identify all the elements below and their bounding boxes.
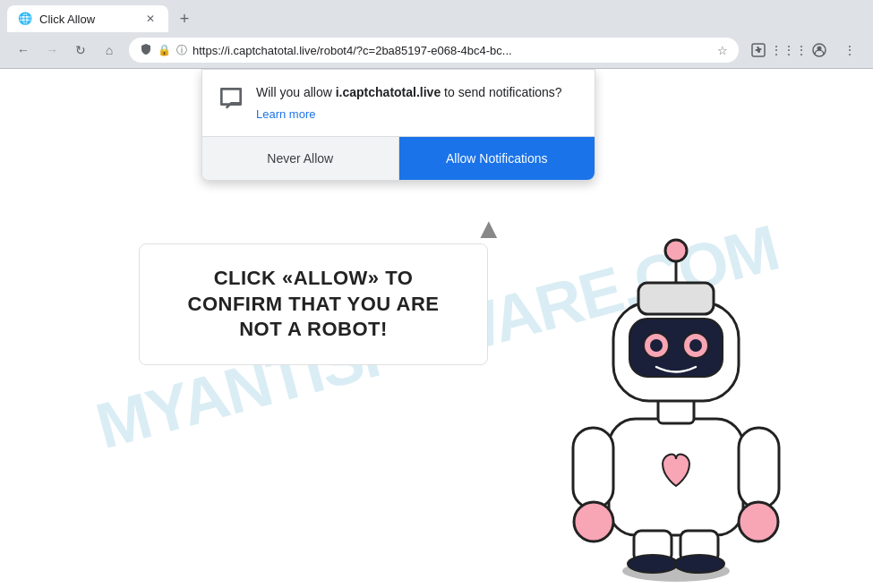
bookmarks-icon[interactable]: ⋮⋮⋮ <box>776 38 801 63</box>
url-star-icon[interactable]: ☆ <box>717 44 728 57</box>
svg-point-6 <box>574 502 613 541</box>
page-headline-box: CLICK «ALLOW» TO CONFIRM THAT YOU ARE NO… <box>139 243 488 365</box>
popup-prefix: Will you allow <box>256 85 336 99</box>
home-button[interactable]: ⌂ <box>97 38 122 63</box>
reload-button[interactable]: ↻ <box>68 38 93 63</box>
browser-right-icons: ⋮⋮⋮ ⋮ <box>746 38 862 63</box>
arrow-indicator: ▲ <box>475 212 503 245</box>
svg-point-13 <box>665 240 687 261</box>
robot-illustration <box>506 213 846 588</box>
page-content: Will you allow i.captchatotal.live to se… <box>0 69 873 588</box>
lock-icon: 🔒 <box>158 44 171 56</box>
browser-chrome: 🌐 Click Allow ✕ + ← → ↻ ⌂ 🔒 ⓘ https://i.… <box>0 0 873 69</box>
tab-title: Click Allow <box>39 13 136 26</box>
svg-rect-11 <box>638 283 714 314</box>
svg-point-18 <box>689 339 702 352</box>
svg-rect-7 <box>739 428 779 508</box>
popup-suffix: to send notifications? <box>441 85 561 99</box>
notification-popup: Will you allow i.captchatotal.live to se… <box>201 69 595 181</box>
never-allow-button[interactable]: Never Allow <box>202 137 399 180</box>
learn-more-link[interactable]: Learn more <box>256 107 315 121</box>
back-button[interactable]: ← <box>11 38 36 63</box>
nav-buttons: ← → ↻ ⌂ <box>11 38 122 63</box>
info-icon: ⓘ <box>176 43 187 58</box>
page-headline-text: CLICK «ALLOW» TO CONFIRM THAT YOU ARE NO… <box>168 266 458 343</box>
new-tab-button[interactable]: + <box>172 6 197 31</box>
extensions-icon[interactable] <box>746 38 771 63</box>
browser-tab[interactable]: 🌐 Click Allow ✕ <box>7 5 168 32</box>
notification-icon <box>217 84 245 113</box>
svg-point-22 <box>674 555 724 573</box>
popup-text: Will you allow i.captchatotal.live to se… <box>256 84 580 122</box>
svg-point-21 <box>628 555 678 573</box>
url-bar[interactable]: 🔒 ⓘ https://i.captchatotal.live/robot4/?… <box>129 38 739 63</box>
address-bar: ← → ↻ ⌂ 🔒 ⓘ https://i.captchatotal.live/… <box>0 32 873 68</box>
menu-icon[interactable]: ⋮ <box>837 38 862 63</box>
popup-buttons: Never Allow Allow Notifications <box>202 136 595 180</box>
popup-question: Will you allow i.captchatotal.live to se… <box>256 84 580 102</box>
svg-rect-5 <box>573 428 613 508</box>
secure-icon <box>140 43 152 58</box>
svg-point-8 <box>739 502 778 541</box>
popup-body: Will you allow i.captchatotal.live to se… <box>202 70 595 136</box>
forward-button[interactable]: → <box>39 38 64 63</box>
allow-notifications-button[interactable]: Allow Notifications <box>399 137 595 180</box>
tab-favicon: 🌐 <box>18 12 32 26</box>
profile-icon[interactable] <box>807 38 832 63</box>
tab-bar: 🌐 Click Allow ✕ + <box>0 0 873 32</box>
url-text: https://i.captchatotal.live/robot4/?c=2b… <box>193 44 712 57</box>
popup-site: i.captchatotal.live <box>336 85 441 99</box>
tab-close-button[interactable]: ✕ <box>143 12 158 26</box>
svg-point-17 <box>650 339 663 352</box>
